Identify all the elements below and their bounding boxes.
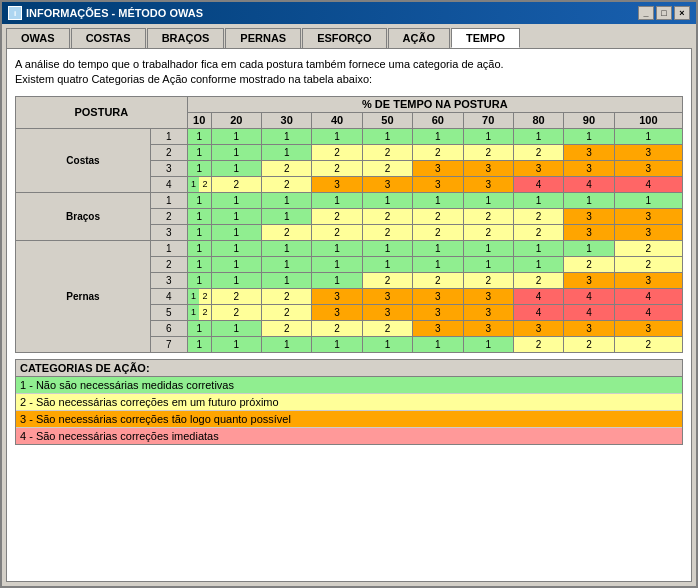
- cell-value: 1: [187, 320, 211, 336]
- cell-value: 1: [564, 192, 614, 208]
- tab-tempo[interactable]: TEMPO: [451, 28, 520, 48]
- cell-value: 4: [614, 176, 682, 192]
- content-area: A análise do tempo que o trabalhador fic…: [6, 48, 692, 582]
- split-cell: 12: [187, 288, 211, 304]
- cell-value: 1: [262, 192, 312, 208]
- split-cell: 12: [187, 176, 211, 192]
- row-number: 1: [150, 192, 187, 208]
- cell-value: 3: [413, 288, 463, 304]
- cell-value: 2: [262, 288, 312, 304]
- cell-value: 1: [187, 144, 211, 160]
- cell-value: 1: [614, 192, 682, 208]
- cell-value: 4: [564, 288, 614, 304]
- cell-value: 2: [211, 304, 261, 320]
- cell-value: 1: [362, 336, 412, 352]
- cell-value: 1: [211, 144, 261, 160]
- cell-value: 1: [312, 240, 362, 256]
- cell-value: 1: [513, 192, 563, 208]
- cell-value: 1: [187, 160, 211, 176]
- cell-value: 1: [312, 192, 362, 208]
- cell-value: 1: [362, 192, 412, 208]
- cell-value: 3: [413, 160, 463, 176]
- cell-value: 3: [564, 320, 614, 336]
- cell-value: 1: [211, 336, 261, 352]
- col-header-40: 40: [312, 112, 362, 128]
- cell-value: 3: [614, 144, 682, 160]
- tab-esforco[interactable]: ESFORÇO: [302, 28, 386, 48]
- row-number: 4: [150, 176, 187, 192]
- col-header-10: 10: [187, 112, 211, 128]
- cell-value: 4: [513, 288, 563, 304]
- cell-value: 3: [564, 208, 614, 224]
- cell-value: 1: [362, 128, 412, 144]
- description: A análise do tempo que o trabalhador fic…: [15, 57, 683, 88]
- cell-value: 2: [362, 208, 412, 224]
- description-line2: Existem quatro Categorias de Ação confor…: [15, 73, 372, 85]
- cell-value: 1: [262, 208, 312, 224]
- cell-value: 1: [211, 272, 261, 288]
- cell-value: 1: [362, 240, 412, 256]
- cell-value: 4: [513, 304, 563, 320]
- cell-value: 2: [614, 240, 682, 256]
- cell-value: 3: [513, 320, 563, 336]
- cell-value: 2: [413, 272, 463, 288]
- category-item-1: 1 - Não são necessárias medidas corretiv…: [16, 377, 682, 394]
- cell-value: 2: [513, 336, 563, 352]
- cell-value: 4: [513, 176, 563, 192]
- col-header-20: 20: [211, 112, 261, 128]
- title-bar-controls: _ □ ×: [638, 6, 690, 20]
- main-window: i INFORMAÇÕES - MÉTODO OWAS _ □ × OWAS C…: [0, 0, 698, 588]
- row-number: 5: [150, 304, 187, 320]
- cell-value: 2: [211, 176, 261, 192]
- tab-owas[interactable]: OWAS: [6, 28, 70, 48]
- cell-value: 1: [187, 128, 211, 144]
- col-header-60: 60: [413, 112, 463, 128]
- cell-value: 2: [211, 288, 261, 304]
- section-label-braços: Braços: [16, 192, 151, 240]
- cell-value: 1: [262, 336, 312, 352]
- cell-value: 3: [614, 320, 682, 336]
- close-button[interactable]: ×: [674, 6, 690, 20]
- cell-value: 2: [463, 144, 513, 160]
- col-header-100: 100: [614, 112, 682, 128]
- cell-value: 1: [262, 240, 312, 256]
- row-number: 3: [150, 224, 187, 240]
- maximize-button[interactable]: □: [656, 6, 672, 20]
- cell-value: 3: [564, 160, 614, 176]
- cell-value: 1: [262, 272, 312, 288]
- tab-pernas[interactable]: PERNAS: [225, 28, 301, 48]
- cell-value: 2: [463, 224, 513, 240]
- data-table: POSTURA % DE TEMPO NA POSTURA 1020304050…: [15, 96, 683, 353]
- cell-value: 1: [413, 336, 463, 352]
- tab-costas[interactable]: COSTAS: [71, 28, 146, 48]
- cell-value: 1: [362, 256, 412, 272]
- description-line1: A análise do tempo que o trabalhador fic…: [15, 58, 504, 70]
- cell-value: 2: [413, 224, 463, 240]
- categories-title: CATEGORIAS DE AÇÃO:: [16, 360, 682, 377]
- cell-value: 2: [564, 256, 614, 272]
- cell-value: 1: [211, 208, 261, 224]
- cell-value: 1: [211, 160, 261, 176]
- cell-value: 1: [187, 256, 211, 272]
- cell-value: 1: [211, 128, 261, 144]
- window-title: INFORMAÇÕES - MÉTODO OWAS: [26, 7, 203, 19]
- category-item-2: 2 - São necessárias correções em um futu…: [16, 394, 682, 411]
- cell-value: 1: [513, 128, 563, 144]
- row-number: 4: [150, 288, 187, 304]
- postura-header: POSTURA: [16, 96, 188, 128]
- cell-value: 1: [211, 256, 261, 272]
- cell-value: 2: [413, 208, 463, 224]
- tab-acao[interactable]: AÇÃO: [388, 28, 450, 48]
- cell-value: 3: [463, 320, 513, 336]
- cell-value: 2: [362, 320, 412, 336]
- categories-section: CATEGORIAS DE AÇÃO: 1 - Não são necessár…: [15, 359, 683, 445]
- minimize-button[interactable]: _: [638, 6, 654, 20]
- cell-value: 3: [564, 224, 614, 240]
- cell-value: 1: [413, 128, 463, 144]
- cell-value: 1: [187, 224, 211, 240]
- tab-bracos[interactable]: BRAÇOS: [147, 28, 225, 48]
- cell-value: 3: [362, 304, 412, 320]
- cell-value: 2: [614, 256, 682, 272]
- cell-value: 2: [463, 272, 513, 288]
- cell-value: 3: [362, 176, 412, 192]
